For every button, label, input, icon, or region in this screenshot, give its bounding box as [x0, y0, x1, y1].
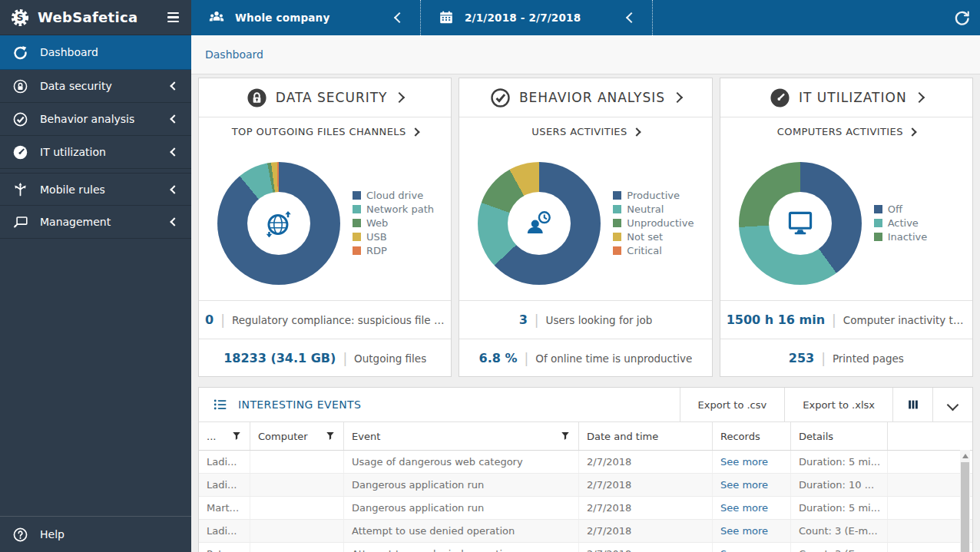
sidebar-nav: DashboardData securityBehavior analysisI… [0, 35, 191, 239]
legend-label: Off [888, 203, 902, 215]
scrollbar-up-arrow-icon[interactable] [962, 454, 968, 458]
legend-swatch [353, 191, 361, 200]
table-row[interactable]: Ladi...Dangerous application run2/7/2018… [199, 474, 972, 497]
refresh-button[interactable] [953, 9, 971, 27]
stat-separator: | [535, 312, 539, 328]
stat-value: 3 [519, 312, 528, 327]
chevron-left-icon [170, 114, 178, 123]
sidebar-item-help[interactable]: Help [0, 516, 191, 552]
sidebar-item-mobile-rules[interactable]: Mobile rules [0, 173, 191, 206]
chevron-left-icon [394, 12, 405, 23]
column-header-records[interactable]: Records [713, 422, 791, 450]
legend-item: Unproductive [613, 217, 694, 229]
see-more-link[interactable]: See more [713, 451, 791, 473]
table-cell: 2/7/2018 [579, 474, 713, 496]
breadcrumb[interactable]: Dashboard [205, 48, 263, 61]
card-subtitle: COMPUTERS ACTIVITIES [777, 126, 903, 137]
it-utilization-badge-icon [770, 88, 790, 108]
table-cell [250, 474, 344, 496]
chart-legend: ProductiveNeutralUnproductiveNot setCrit… [613, 190, 694, 256]
column-header-filler [888, 422, 972, 450]
table-row[interactable]: Mart...Dangerous application run2/7/2018… [199, 497, 972, 520]
management-icon [12, 214, 28, 230]
legend-label: Web [366, 217, 388, 229]
sidebar-item-dashboard[interactable]: Dashboard [0, 35, 191, 70]
card-title-link[interactable]: DATA SECURITY [199, 78, 451, 117]
events-panel-title-wrap: INTERESTING EVENTS [199, 388, 680, 421]
date-range-label: 2/1/2018 - 2/7/2018 [465, 12, 581, 24]
card-subtitle-link[interactable]: USERS ACTIVITIES [459, 117, 711, 146]
legend-label: Neutral [627, 203, 664, 215]
sidebar-item-label: Dashboard [40, 46, 179, 58]
donut-chart-row: ProductiveNeutralUnproductiveNot setCrit… [459, 146, 711, 300]
chevron-left-icon [170, 217, 178, 226]
topbar-actions [653, 0, 980, 35]
mobile-rules-icon [12, 181, 28, 197]
legend-item: RDP [353, 245, 434, 256]
card-title-link[interactable]: IT UTILIZATION [720, 78, 972, 117]
scope-selector[interactable]: Whole company [191, 0, 421, 35]
export-xlsx-button[interactable]: Export to .xlsx [784, 388, 892, 421]
sidebar-item-it-utilization[interactable]: IT utilization [0, 136, 191, 169]
card-stat: 253|Printed pages [720, 339, 972, 377]
table-cell: Duration: 10 ... [791, 474, 888, 496]
column-header-dateandtime[interactable]: Date and time [579, 422, 713, 450]
scrollbar-thumb[interactable] [961, 462, 969, 552]
legend-swatch [353, 205, 361, 213]
stat-label: Users looking for job [546, 314, 653, 326]
legend-swatch [613, 191, 621, 200]
card-title: BEHAVIOR ANALYSIS [519, 90, 665, 105]
card-title-link[interactable]: BEHAVIOR ANALYSIS [459, 78, 711, 117]
data-security-icon [12, 78, 28, 94]
chevron-left-icon [626, 12, 637, 23]
donut-chart [478, 162, 601, 285]
stat-separator: | [220, 312, 225, 328]
column-header-label: Details [799, 431, 833, 442]
export-csv-button[interactable]: Export to .csv [680, 388, 785, 421]
help-icon [12, 527, 28, 543]
stat-label: Of online time is unproductive [535, 352, 692, 365]
table-cell: Petr... [199, 543, 250, 552]
dashboard-cards: DATA SECURITYTOP OUTGOING FILES CHANNELS… [198, 78, 973, 377]
table-row[interactable]: Ladi...Usage of dangerous web category2/… [199, 451, 972, 474]
column-header-label: Event [352, 431, 380, 442]
see-more-link[interactable]: See more [713, 543, 791, 552]
main-content: DATA SECURITYTOP OUTGOING FILES CHANNELS… [191, 74, 980, 552]
app-title: WebSafetica [38, 9, 157, 25]
interesting-events-panel: INTERESTING EVENTS Export to .csv Export… [198, 387, 973, 552]
menu-toggle-icon[interactable] [166, 9, 180, 26]
calendar-icon [438, 9, 455, 26]
collapse-panel-button[interactable] [932, 388, 972, 421]
table-scrollbar[interactable] [960, 450, 970, 552]
sidebar-item-label: IT utilization [40, 146, 160, 158]
date-range-selector[interactable]: 2/1/2018 - 2/7/2018 [421, 0, 653, 35]
donut-chart [739, 162, 862, 285]
columns-icon [906, 397, 921, 412]
card-subtitle-link[interactable]: TOP OUTGOING FILES CHANNELS [199, 117, 451, 146]
column-header-[interactable]: ... [199, 422, 250, 450]
sidebar-item-label: Mobile rules [40, 183, 160, 196]
column-header-event[interactable]: Event [344, 422, 579, 450]
see-more-link[interactable]: See more [713, 474, 791, 496]
sidebar-item-data-security[interactable]: Data security [0, 70, 191, 103]
see-more-link[interactable]: See more [713, 520, 791, 542]
sidebar-item-behavior-analysis[interactable]: Behavior analysis [0, 103, 191, 136]
chart-legend: Cloud driveNetwork pathWebUSBRDP [353, 190, 434, 256]
dashboard-card: BEHAVIOR ANALYSISUSERS ACTIVITIESProduct… [459, 78, 712, 377]
legend-label: Critical [627, 245, 661, 256]
see-more-link[interactable]: See more [713, 497, 791, 519]
legend-label: Active [888, 217, 919, 229]
table-row[interactable]: Petr...Attempt to use denied operation2/… [199, 543, 972, 552]
stat-value: 1500 h 16 min [727, 312, 825, 327]
legend-item: Productive [613, 190, 694, 201]
table-row[interactable]: Ladi...Attempt to use denied operation2/… [199, 520, 972, 543]
sidebar-item-management[interactable]: Management [0, 206, 191, 239]
table-cell: 2/7/2018 [579, 520, 713, 542]
stat-value: 253 [789, 351, 814, 365]
chevron-right-icon [908, 127, 916, 136]
column-header-details[interactable]: Details [791, 422, 888, 450]
column-chooser-button[interactable] [892, 388, 932, 421]
card-subtitle-link[interactable]: COMPUTERS ACTIVITIES [720, 117, 972, 146]
column-header-computer[interactable]: Computer [250, 422, 344, 450]
app-logo-icon: S [11, 8, 29, 27]
